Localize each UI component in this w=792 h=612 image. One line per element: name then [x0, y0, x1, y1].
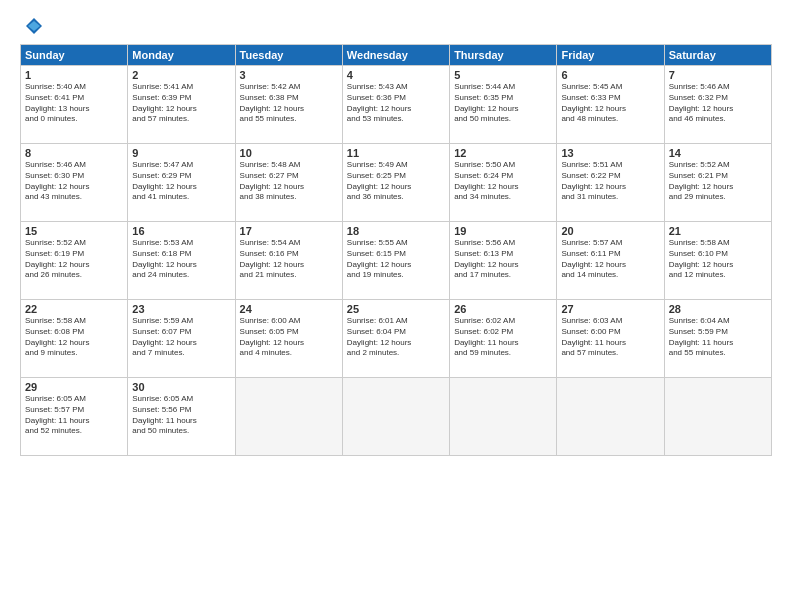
header-tuesday: Tuesday — [235, 45, 342, 66]
day-info: Sunrise: 5:47 AM Sunset: 6:29 PM Dayligh… — [132, 160, 230, 203]
day-number: 17 — [240, 225, 338, 237]
calendar-cell: 26Sunrise: 6:02 AM Sunset: 6:02 PM Dayli… — [450, 300, 557, 378]
calendar-cell: 16Sunrise: 5:53 AM Sunset: 6:18 PM Dayli… — [128, 222, 235, 300]
day-info: Sunrise: 6:02 AM Sunset: 6:02 PM Dayligh… — [454, 316, 552, 359]
day-number: 13 — [561, 147, 659, 159]
calendar-cell: 2Sunrise: 5:41 AM Sunset: 6:39 PM Daylig… — [128, 66, 235, 144]
day-info: Sunrise: 5:48 AM Sunset: 6:27 PM Dayligh… — [240, 160, 338, 203]
day-info: Sunrise: 5:40 AM Sunset: 6:41 PM Dayligh… — [25, 82, 123, 125]
day-info: Sunrise: 6:05 AM Sunset: 5:56 PM Dayligh… — [132, 394, 230, 437]
calendar-table: Sunday Monday Tuesday Wednesday Thursday… — [20, 44, 772, 456]
day-info: Sunrise: 6:05 AM Sunset: 5:57 PM Dayligh… — [25, 394, 123, 437]
calendar-cell: 18Sunrise: 5:55 AM Sunset: 6:15 PM Dayli… — [342, 222, 449, 300]
logo — [20, 16, 46, 36]
day-info: Sunrise: 6:00 AM Sunset: 6:05 PM Dayligh… — [240, 316, 338, 359]
calendar-cell: 14Sunrise: 5:52 AM Sunset: 6:21 PM Dayli… — [664, 144, 771, 222]
calendar-cell: 19Sunrise: 5:56 AM Sunset: 6:13 PM Dayli… — [450, 222, 557, 300]
calendar-week-1: 1Sunrise: 5:40 AM Sunset: 6:41 PM Daylig… — [21, 66, 772, 144]
day-number: 3 — [240, 69, 338, 81]
calendar-cell: 21Sunrise: 5:58 AM Sunset: 6:10 PM Dayli… — [664, 222, 771, 300]
calendar-cell: 22Sunrise: 5:58 AM Sunset: 6:08 PM Dayli… — [21, 300, 128, 378]
day-number: 18 — [347, 225, 445, 237]
day-number: 22 — [25, 303, 123, 315]
calendar-cell: 1Sunrise: 5:40 AM Sunset: 6:41 PM Daylig… — [21, 66, 128, 144]
calendar-cell: 10Sunrise: 5:48 AM Sunset: 6:27 PM Dayli… — [235, 144, 342, 222]
day-info: Sunrise: 5:51 AM Sunset: 6:22 PM Dayligh… — [561, 160, 659, 203]
header-sunday: Sunday — [21, 45, 128, 66]
day-info: Sunrise: 5:44 AM Sunset: 6:35 PM Dayligh… — [454, 82, 552, 125]
day-number: 28 — [669, 303, 767, 315]
day-number: 14 — [669, 147, 767, 159]
day-number: 4 — [347, 69, 445, 81]
day-info: Sunrise: 5:43 AM Sunset: 6:36 PM Dayligh… — [347, 82, 445, 125]
calendar-cell — [557, 378, 664, 456]
day-number: 16 — [132, 225, 230, 237]
day-info: Sunrise: 5:53 AM Sunset: 6:18 PM Dayligh… — [132, 238, 230, 281]
calendar-page: Sunday Monday Tuesday Wednesday Thursday… — [0, 0, 792, 612]
day-info: Sunrise: 5:58 AM Sunset: 6:10 PM Dayligh… — [669, 238, 767, 281]
day-number: 6 — [561, 69, 659, 81]
day-number: 7 — [669, 69, 767, 81]
day-number: 10 — [240, 147, 338, 159]
calendar-cell: 6Sunrise: 5:45 AM Sunset: 6:33 PM Daylig… — [557, 66, 664, 144]
day-info: Sunrise: 5:54 AM Sunset: 6:16 PM Dayligh… — [240, 238, 338, 281]
day-info: Sunrise: 5:52 AM Sunset: 6:19 PM Dayligh… — [25, 238, 123, 281]
header — [20, 16, 772, 36]
calendar-cell: 23Sunrise: 5:59 AM Sunset: 6:07 PM Dayli… — [128, 300, 235, 378]
day-number: 8 — [25, 147, 123, 159]
day-info: Sunrise: 5:55 AM Sunset: 6:15 PM Dayligh… — [347, 238, 445, 281]
calendar-cell — [342, 378, 449, 456]
day-number: 15 — [25, 225, 123, 237]
calendar-cell: 20Sunrise: 5:57 AM Sunset: 6:11 PM Dayli… — [557, 222, 664, 300]
day-info: Sunrise: 5:46 AM Sunset: 6:32 PM Dayligh… — [669, 82, 767, 125]
header-friday: Friday — [557, 45, 664, 66]
calendar-cell — [450, 378, 557, 456]
day-info: Sunrise: 5:57 AM Sunset: 6:11 PM Dayligh… — [561, 238, 659, 281]
day-info: Sunrise: 5:52 AM Sunset: 6:21 PM Dayligh… — [669, 160, 767, 203]
logo-icon — [24, 16, 44, 36]
header-row: Sunday Monday Tuesday Wednesday Thursday… — [21, 45, 772, 66]
calendar-cell: 25Sunrise: 6:01 AM Sunset: 6:04 PM Dayli… — [342, 300, 449, 378]
calendar-cell: 7Sunrise: 5:46 AM Sunset: 6:32 PM Daylig… — [664, 66, 771, 144]
day-info: Sunrise: 5:50 AM Sunset: 6:24 PM Dayligh… — [454, 160, 552, 203]
calendar-cell: 12Sunrise: 5:50 AM Sunset: 6:24 PM Dayli… — [450, 144, 557, 222]
day-info: Sunrise: 5:46 AM Sunset: 6:30 PM Dayligh… — [25, 160, 123, 203]
day-number: 29 — [25, 381, 123, 393]
calendar-week-4: 22Sunrise: 5:58 AM Sunset: 6:08 PM Dayli… — [21, 300, 772, 378]
calendar-cell: 24Sunrise: 6:00 AM Sunset: 6:05 PM Dayli… — [235, 300, 342, 378]
calendar-cell: 30Sunrise: 6:05 AM Sunset: 5:56 PM Dayli… — [128, 378, 235, 456]
calendar-cell: 13Sunrise: 5:51 AM Sunset: 6:22 PM Dayli… — [557, 144, 664, 222]
day-number: 26 — [454, 303, 552, 315]
day-number: 12 — [454, 147, 552, 159]
calendar-cell: 9Sunrise: 5:47 AM Sunset: 6:29 PM Daylig… — [128, 144, 235, 222]
calendar-cell: 27Sunrise: 6:03 AM Sunset: 6:00 PM Dayli… — [557, 300, 664, 378]
day-info: Sunrise: 6:04 AM Sunset: 5:59 PM Dayligh… — [669, 316, 767, 359]
day-info: Sunrise: 5:58 AM Sunset: 6:08 PM Dayligh… — [25, 316, 123, 359]
calendar-cell — [664, 378, 771, 456]
header-thursday: Thursday — [450, 45, 557, 66]
day-number: 24 — [240, 303, 338, 315]
day-number: 27 — [561, 303, 659, 315]
calendar-cell: 11Sunrise: 5:49 AM Sunset: 6:25 PM Dayli… — [342, 144, 449, 222]
day-number: 20 — [561, 225, 659, 237]
day-number: 5 — [454, 69, 552, 81]
calendar-week-3: 15Sunrise: 5:52 AM Sunset: 6:19 PM Dayli… — [21, 222, 772, 300]
day-info: Sunrise: 6:01 AM Sunset: 6:04 PM Dayligh… — [347, 316, 445, 359]
day-info: Sunrise: 5:42 AM Sunset: 6:38 PM Dayligh… — [240, 82, 338, 125]
calendar-cell: 15Sunrise: 5:52 AM Sunset: 6:19 PM Dayli… — [21, 222, 128, 300]
day-number: 19 — [454, 225, 552, 237]
calendar-cell: 5Sunrise: 5:44 AM Sunset: 6:35 PM Daylig… — [450, 66, 557, 144]
day-number: 1 — [25, 69, 123, 81]
calendar-cell: 8Sunrise: 5:46 AM Sunset: 6:30 PM Daylig… — [21, 144, 128, 222]
day-number: 30 — [132, 381, 230, 393]
day-number: 11 — [347, 147, 445, 159]
day-info: Sunrise: 5:45 AM Sunset: 6:33 PM Dayligh… — [561, 82, 659, 125]
header-monday: Monday — [128, 45, 235, 66]
day-info: Sunrise: 6:03 AM Sunset: 6:00 PM Dayligh… — [561, 316, 659, 359]
day-info: Sunrise: 5:41 AM Sunset: 6:39 PM Dayligh… — [132, 82, 230, 125]
day-info: Sunrise: 5:49 AM Sunset: 6:25 PM Dayligh… — [347, 160, 445, 203]
day-info: Sunrise: 5:59 AM Sunset: 6:07 PM Dayligh… — [132, 316, 230, 359]
calendar-week-5: 29Sunrise: 6:05 AM Sunset: 5:57 PM Dayli… — [21, 378, 772, 456]
calendar-cell: 29Sunrise: 6:05 AM Sunset: 5:57 PM Dayli… — [21, 378, 128, 456]
day-number: 2 — [132, 69, 230, 81]
